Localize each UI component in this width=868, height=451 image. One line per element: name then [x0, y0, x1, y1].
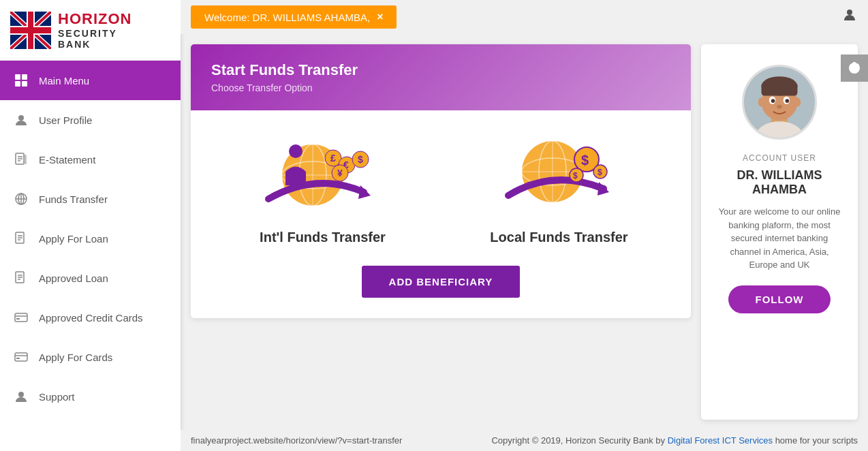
loan-apply-icon — [14, 231, 29, 246]
footer-url: finalyearproject.website/horizon/view/?v… — [191, 435, 402, 446]
sidebar-label-funds-transfer: Funds Transfer — [39, 193, 108, 205]
svg-point-70 — [771, 99, 775, 103]
svg-marker-40 — [358, 185, 371, 199]
sidebar-label-apply-for-loan: Apply For Loan — [39, 233, 108, 245]
sidebar-label-user-profile: User Profile — [39, 114, 92, 126]
top-bar: Welcome: DR. WILLIAMS AHAMBA, × — [181, 0, 868, 34]
sidebar-label-e-statement: E-Statement — [39, 154, 95, 166]
transfer-options: £ € $ ¥ Int'l Funds Transfer — [191, 110, 691, 266]
sidebar-item-e-statement[interactable]: E-Statement — [0, 140, 181, 179]
logo-flag — [10, 12, 51, 49]
follow-button[interactable]: FOLLOW — [728, 285, 831, 313]
globe-icon — [14, 191, 29, 206]
svg-rect-32 — [16, 358, 20, 359]
apply-cards-icon — [14, 349, 29, 364]
svg-text:$: $ — [581, 153, 589, 168]
svg-point-74 — [794, 97, 801, 106]
svg-point-34 — [847, 10, 852, 15]
svg-rect-29 — [16, 318, 20, 320]
main-content: Start Funds Transfer Choose Transfer Opt… — [181, 34, 868, 430]
user-icon — [14, 112, 29, 127]
local-transfer-label: Local Funds Transfer — [490, 230, 627, 245]
svg-rect-67 — [762, 83, 798, 96]
sidebar-item-approved-loan[interactable]: Approved Loan — [0, 258, 181, 298]
svg-rect-8 — [10, 27, 51, 33]
svg-point-41 — [289, 144, 303, 158]
sidebar-item-approved-credit-cards[interactable]: Approved Credit Cards — [0, 298, 181, 337]
svg-text:$: $ — [573, 171, 578, 181]
add-beneficiary-button[interactable]: ADD BENEFICIARY — [362, 266, 521, 298]
local-transfer-illustration: $ $ $ — [498, 131, 621, 219]
add-beneficiary-area: ADD BENEFICIARY — [191, 266, 691, 318]
sidebar-label-main-menu: Main Menu — [39, 75, 89, 87]
svg-point-72 — [777, 105, 782, 109]
footer-copyright: Copyright © 2019, Horizon Security Bank … — [491, 435, 858, 446]
nav-menu: Main Menu User Profile — [0, 61, 181, 451]
transfer-header: Start Funds Transfer Choose Transfer Opt… — [191, 44, 691, 110]
logo-text: HORIZON SECURITY BANK — [58, 10, 131, 50]
svg-text:$: $ — [598, 168, 602, 177]
transfer-card: Start Funds Transfer Choose Transfer Opt… — [191, 44, 691, 318]
transfer-title: Start Funds Transfer — [211, 61, 670, 79]
intl-transfer-option[interactable]: £ € $ ¥ Int'l Funds Transfer — [211, 131, 434, 245]
logo-security: SECURITY — [58, 28, 131, 39]
approved-loan-icon — [14, 270, 29, 285]
svg-point-73 — [758, 97, 764, 106]
footer-after-link: home for your scripts — [775, 435, 858, 446]
svg-rect-30 — [15, 353, 27, 361]
svg-point-71 — [786, 99, 790, 103]
footer: finalyearproject.website/horizon/view/?v… — [181, 430, 868, 451]
grid-icon — [14, 73, 29, 88]
credit-card-icon — [14, 310, 29, 325]
sidebar-label-approved-credit-cards: Approved Credit Cards — [39, 312, 143, 324]
profile-card: ACCOUNT USER DR. WILLIAMS AHAMBA Your ar… — [701, 44, 858, 420]
svg-rect-27 — [15, 313, 27, 322]
transfer-subtitle: Choose Transfer Option — [211, 82, 670, 93]
welcome-message: Welcome: DR. WILLIAMS AHAMBA, — [204, 12, 370, 23]
footer-copyright-text: Copyright © 2019, Horizon Security Bank … — [491, 435, 665, 446]
content-area: Welcome: DR. WILLIAMS AHAMBA, × Start Fu… — [181, 0, 868, 451]
sidebar-item-support[interactable]: Support — [0, 377, 181, 416]
svg-text:$: $ — [358, 154, 363, 165]
footer-link[interactable]: Digital Forest ICT Services — [668, 435, 773, 446]
sidebar-item-user-profile[interactable]: User Profile — [0, 100, 181, 140]
welcome-badge: Welcome: DR. WILLIAMS AHAMBA, × — [191, 5, 397, 29]
transfer-section: Start Funds Transfer Choose Transfer Opt… — [191, 44, 691, 420]
svg-point-33 — [18, 392, 24, 397]
sidebar-item-apply-for-cards[interactable]: Apply For Cards — [0, 337, 181, 377]
close-welcome-button[interactable]: × — [377, 11, 383, 23]
intl-transfer-illustration: £ € $ ¥ — [262, 131, 384, 219]
profile-description: Your are welcome to our online banking p… — [715, 205, 844, 272]
doc-icon — [14, 152, 29, 167]
svg-text:£: £ — [330, 153, 336, 164]
svg-text:¥: ¥ — [337, 168, 343, 178]
sidebar-label-approved-loan: Approved Loan — [39, 273, 108, 284]
sidebar-item-apply-for-loan[interactable]: Apply For Loan — [0, 219, 181, 258]
logo-horizon: HORIZON — [58, 10, 131, 28]
sidebar-item-funds-transfer[interactable]: Funds Transfer — [0, 179, 181, 219]
profile-name: DR. WILLIAMS AHAMBA — [715, 168, 844, 197]
sidebar-label-apply-for-cards: Apply For Cards — [39, 352, 112, 363]
intl-transfer-label: Int'l Funds Transfer — [260, 230, 386, 245]
settings-button[interactable] — [841, 55, 868, 82]
svg-rect-11 — [25, 155, 27, 164]
top-user-icon[interactable] — [841, 7, 858, 27]
local-transfer-option[interactable]: $ $ $ Local Funds Transfer — [448, 131, 670, 245]
svg-marker-55 — [598, 182, 609, 196]
profile-avatar — [742, 65, 817, 140]
sidebar-item-main-menu[interactable]: Main Menu — [0, 61, 181, 100]
support-icon — [14, 389, 29, 404]
logo-area: HORIZON SECURITY BANK — [0, 0, 181, 61]
account-user-label: ACCOUNT USER — [743, 153, 816, 163]
svg-point-9 — [18, 115, 24, 121]
logo-bank: BANK — [58, 39, 131, 50]
sidebar-label-support: Support — [39, 391, 75, 403]
sidebar: HORIZON SECURITY BANK Main Menu — [0, 0, 181, 451]
